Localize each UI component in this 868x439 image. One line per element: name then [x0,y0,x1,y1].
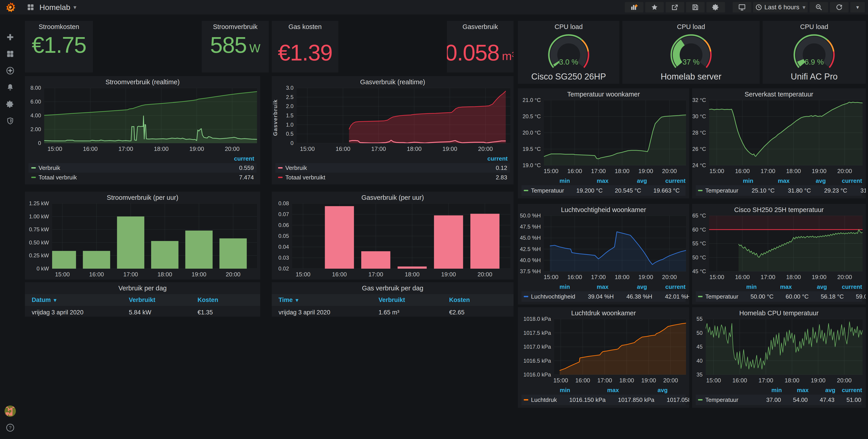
bar[interactable] [470,214,499,269]
bar[interactable] [219,238,247,269]
column-header-verbruikt[interactable]: Verbruikt [378,294,449,306]
dashboards-icon[interactable] [5,49,15,59]
y-tick-label: 45 °C [692,268,706,275]
time-picker-button[interactable]: Last 6 hours ▾ [753,2,808,12]
x-tick-label: 18:00 [619,377,634,384]
add-panel-button[interactable] [625,2,643,12]
bar[interactable] [117,217,144,269]
panel-title[interactable]: Stroomverbruik [202,21,269,33]
gauge-value: 6.9 % [787,58,841,66]
panel-title[interactable]: Verbruik per dag [25,282,260,294]
chart[interactable]: 354045505515:0016:0017:0018:0019:0020:00 [692,319,866,385]
panel-title[interactable]: Stroomkosten [25,21,93,33]
y-tick-label: 45 [696,344,703,350]
chart[interactable]: 0 kW0.25 kW0.50 kW0.75 kW1.00 kW1.25 kW1… [25,203,260,280]
panel-title[interactable]: Gas kosten [272,21,338,33]
series-label[interactable]: Verbruik [38,164,60,171]
legend-row[interactable]: Temperatuur19.200 °C20.545 °C19.663 °C20… [522,185,686,196]
create-icon[interactable] [5,32,15,42]
panel-title[interactable]: Gasverbruik (per uur) [272,192,514,203]
chart[interactable]: 19.0 °C19.5 °C20.0 °C20.5 °C21.0 °C15:00… [518,100,689,176]
chart[interactable]: 1016.0 kPa1016.5 kPa1017.0 kPa1017.5 kPa… [518,319,689,385]
share-button[interactable] [665,2,684,12]
panel-stroomkosten: Stroomkosten €1.75 [25,21,93,72]
legend-row[interactable]: Temperatuur25.10 °C31.80 °C29.23 °C31.65… [696,185,862,196]
legend-row[interactable]: Totaal verbruikt2.83 [275,173,510,182]
chart[interactable]: 0.020.030.040.050.060.070.0815:0016:0017… [272,203,514,280]
legend-header-current[interactable]: current [29,154,256,163]
gauge-label: Cisco SG250 26HP [518,71,619,84]
panel-title[interactable]: Stroomverbruik (realtime) [25,76,260,88]
bar[interactable] [361,251,390,269]
legend-row[interactable]: Luchtvochtigheid39.04 %H46.38 %H42.01 %H… [522,291,686,302]
configuration-gear-icon[interactable] [5,99,15,109]
legend-row[interactable]: Totaal verbruik7.474 [29,173,256,182]
legend-row[interactable]: Verbruik0.559 [29,163,256,173]
bar[interactable] [325,206,354,269]
x-tick-label: 18:00 [615,168,629,175]
panel-title[interactable]: Serverkast temperatuur [692,88,866,100]
bar[interactable] [398,266,427,269]
legend-header-current[interactable]: current [275,154,510,163]
panel-title[interactable]: Cisco SH250 25H temperatuur [692,204,866,216]
panel-title[interactable]: Gas verbruik per dag [272,282,514,294]
x-tick-label: 20:00 [477,271,492,278]
save-button[interactable] [686,2,705,12]
column-header-kosten[interactable]: Kosten [449,294,510,306]
chart[interactable]: 37.5 %H40.0 %H42.5 %H45.0 %H47.5 %H50.0 … [518,216,689,282]
column-header-datum[interactable]: Datum▼ [28,294,129,306]
cycle-view-button[interactable] [733,2,751,12]
explore-compass-icon[interactable] [5,66,15,76]
column-header-time[interactable]: Time▼ [275,294,378,306]
user-avatar[interactable] [4,405,16,417]
panel-luchtvochtigheid-woonkamer: Luchtvochtigheid woonkamer 37.5 %H40.0 %… [518,204,689,305]
dashboard-settings-button[interactable] [706,2,725,12]
chart[interactable]: 24 °C26 °C28 °C30 °C32 °C15:0016:0017:00… [692,100,866,176]
alerting-bell-icon[interactable] [5,83,15,92]
panel-title[interactable]: CPU load [518,21,619,33]
refresh-button[interactable] [830,2,848,12]
star-button[interactable] [645,2,664,12]
server-admin-shield-icon[interactable] [5,116,15,126]
y-tick-label: 3.0 [286,85,293,91]
dashboard-title[interactable]: Homelab [39,3,70,12]
zoom-out-button[interactable] [809,2,828,12]
y-tick-label: 19.0 °C [523,162,541,168]
panel-title[interactable]: Temperatuur woonkamer [518,88,689,100]
panel-title[interactable]: Homelab CPU temperatuur [692,307,866,319]
help-icon[interactable]: ? [5,423,15,433]
bar[interactable] [83,251,111,269]
dashboard-grid-icon[interactable] [27,3,34,11]
panel-title[interactable]: Stroomverbruik (per uur) [25,192,260,203]
chart[interactable]: Gasverbruik 00.51.01.52.02.53.015:0016:0… [272,88,514,154]
panel-title[interactable]: Luchtvochtigheid woonkamer [518,204,689,216]
legend-row[interactable]: Temperatuur50.00 °C60.00 °C56.18 °C59.00… [696,291,862,302]
panel-title[interactable]: Gasverbruik (realtime) [272,76,514,88]
legend-row[interactable]: Luchtdruk1016.150 kPa1017.850 kPa1017.05… [522,395,686,405]
refresh-interval-caret[interactable]: ▾ [850,2,865,12]
chart[interactable]: 02.004.006.008.0015:0016:0017:0018:0019:… [25,88,260,154]
column-header-kosten[interactable]: Kosten [197,294,257,306]
bar[interactable] [434,215,463,269]
panel-title[interactable]: Gasverbruik [447,21,514,33]
dashboard-dropdown-caret[interactable]: ▾ [73,4,76,11]
series-label[interactable]: Totaal verbruik [38,174,77,181]
legend: current Verbruik0.559 Totaal verbruik7.4… [25,154,260,184]
series-label[interactable]: Totaal verbruikt [285,174,325,181]
gauge-value: 3.0 % [541,58,596,66]
chart[interactable]: 45 °C50 °C55 °C60 °C65 °C15:0016:0017:00… [692,216,866,282]
y-tick-label: 1018.0 kPa [524,316,551,322]
y-tick-label: 0.03 [278,255,289,261]
x-tick-label: 16:00 [336,146,350,152]
bar[interactable] [52,251,76,269]
legend-stat-headers: minmaxavgcurrent [522,282,686,291]
bar[interactable] [185,230,213,269]
bar[interactable] [151,241,179,269]
column-header-verbruikt[interactable]: Verbruikt [129,294,197,306]
legend-row[interactable]: Verbruik0.12 [275,163,510,173]
panel-title[interactable]: CPU load [763,21,866,33]
panel-title[interactable]: CPU load [622,21,760,33]
legend-row[interactable]: Temperatuur37.0054.0047.4351.00 [696,395,862,405]
grafana-logo[interactable] [0,0,21,14]
series-label[interactable]: Verbruik [285,164,307,171]
